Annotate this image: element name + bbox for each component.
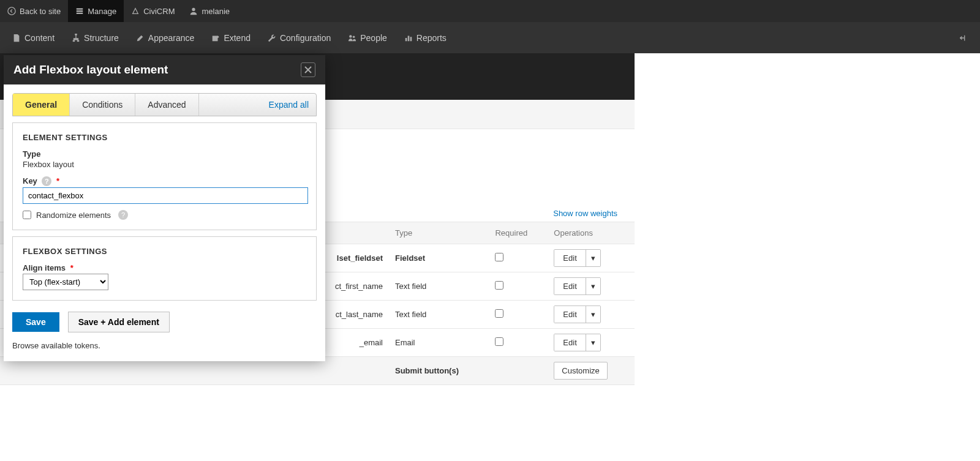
align-items-label: Align items * [23, 263, 306, 272]
browse-tokens-link[interactable]: Browse available tokens. [4, 341, 325, 361]
user-link[interactable]: melanie [182, 0, 237, 22]
flexbox-settings-heading: FLEXBOX SETTINGS [23, 247, 306, 256]
svg-rect-4 [77, 40, 80, 42]
brush-icon [136, 34, 145, 42]
svg-point-8 [353, 36, 355, 38]
configuration-link[interactable]: Configuration [259, 22, 339, 53]
type-label: Type [23, 149, 306, 159]
manage-link[interactable]: Manage [68, 0, 124, 22]
svg-rect-3 [73, 40, 75, 42]
svg-point-1 [192, 8, 195, 11]
structure-link[interactable]: Structure [63, 22, 127, 53]
tab-conditions[interactable]: Conditions [70, 94, 135, 116]
row-type: Text field [389, 301, 489, 329]
required-checkbox[interactable] [495, 281, 503, 290]
structure-icon [72, 34, 80, 42]
toolbar-collapse[interactable] [951, 22, 976, 53]
align-items-select[interactable]: Top (flex-start) [23, 274, 108, 290]
back-arrow-icon [7, 7, 16, 15]
civicrm-link[interactable]: CiviCRM [124, 0, 182, 22]
dialog-titlebar: Add Flexbox layout element [4, 55, 325, 84]
customize-button[interactable]: Customize [554, 362, 607, 380]
dialog-title: Add Flexbox layout element [13, 63, 168, 77]
expand-all-link[interactable]: Expand all [269, 100, 309, 110]
row-type: Text field [389, 272, 489, 301]
randomize-checkbox[interactable] [23, 211, 31, 219]
submit-buttons-label: Submit button(s) [389, 357, 489, 385]
edit-dropdown[interactable]: ▾ [586, 250, 600, 266]
edit-button[interactable]: Edit [554, 250, 585, 266]
content-link[interactable]: Content [4, 22, 63, 53]
row-key: _email [325, 329, 389, 357]
edit-button[interactable]: Edit [554, 334, 585, 351]
extend-label: Extend [224, 33, 251, 43]
edit-button[interactable]: Edit [554, 306, 585, 323]
people-label: People [360, 33, 387, 43]
randomize-label: Randomize elements [36, 211, 111, 220]
svg-point-0 [8, 7, 15, 15]
tab-general[interactable]: General [13, 94, 70, 116]
edit-button[interactable]: Edit [554, 278, 585, 294]
svg-point-6 [217, 36, 219, 38]
key-input[interactable] [23, 187, 308, 204]
back-to-site-label: Back to site [20, 7, 61, 16]
row-key: ct_last_name [325, 301, 389, 329]
required-indicator: * [70, 263, 74, 272]
dialog-close-button[interactable] [301, 62, 315, 77]
row-type: Email [389, 329, 489, 357]
hamburger-icon [75, 7, 84, 15]
save-add-element-button[interactable]: Save + Add element [68, 312, 170, 332]
user-icon [189, 7, 198, 15]
svg-rect-10 [408, 36, 410, 41]
flexbox-settings-panel: FLEXBOX SETTINGS Align items * Top (flex… [12, 236, 317, 301]
content-label: Content [24, 33, 55, 43]
user-label: melanie [202, 7, 230, 16]
required-checkbox[interactable] [495, 253, 503, 261]
help-icon[interactable]: ? [118, 210, 128, 220]
svg-rect-2 [75, 34, 77, 36]
svg-point-7 [349, 35, 352, 37]
puzzle-icon [211, 34, 220, 42]
tab-advanced[interactable]: Advanced [135, 94, 198, 116]
key-label: Key ? * [23, 176, 306, 186]
required-checkbox[interactable] [495, 309, 503, 318]
row-type: Fieldset [389, 244, 489, 272]
wrench-icon [268, 34, 276, 42]
collapse-icon [959, 34, 968, 42]
col-type: Type [389, 222, 489, 244]
help-icon[interactable]: ? [42, 176, 51, 186]
type-value: Flexbox layout [23, 160, 306, 169]
edit-dropdown[interactable]: ▾ [586, 334, 600, 351]
element-settings-heading: ELEMENT SETTINGS [23, 133, 306, 142]
dialog-tabs: General Conditions Advanced Expand all [12, 93, 317, 116]
add-element-dialog: Add Flexbox layout element General Condi… [4, 55, 325, 361]
civicrm-label: CiviCRM [143, 7, 175, 16]
civicrm-icon [131, 7, 140, 15]
edit-dropdown[interactable]: ▾ [586, 278, 600, 294]
back-to-site-link[interactable]: Back to site [0, 0, 68, 22]
chart-icon [404, 34, 413, 42]
svg-rect-9 [405, 38, 407, 41]
edit-dropdown[interactable]: ▾ [586, 306, 600, 323]
col-required: Required [489, 222, 548, 244]
page-icon [12, 34, 21, 42]
configuration-label: Configuration [280, 33, 331, 43]
extend-link[interactable]: Extend [203, 22, 259, 53]
structure-label: Structure [84, 33, 119, 43]
manage-label: Manage [88, 7, 116, 16]
close-icon [304, 66, 312, 73]
people-icon [348, 34, 356, 42]
save-button[interactable]: Save [12, 312, 59, 332]
required-checkbox[interactable] [495, 337, 503, 346]
col-operations: Operations [548, 222, 635, 244]
required-indicator: * [56, 176, 59, 186]
people-link[interactable]: People [339, 22, 396, 53]
admin-toolbar-top: Back to site Manage CiviCRM melanie [0, 0, 980, 22]
row-key: ct_first_name [325, 272, 389, 301]
element-settings-panel: ELEMENT SETTINGS Type Flexbox layout Key… [12, 122, 317, 230]
appearance-link[interactable]: Appearance [127, 22, 203, 53]
reports-label: Reports [417, 33, 447, 43]
row-key: lset_fieldset [325, 244, 389, 272]
admin-toolbar-sub: Content Structure Appearance Extend Conf… [0, 22, 980, 53]
reports-link[interactable]: Reports [396, 22, 455, 53]
